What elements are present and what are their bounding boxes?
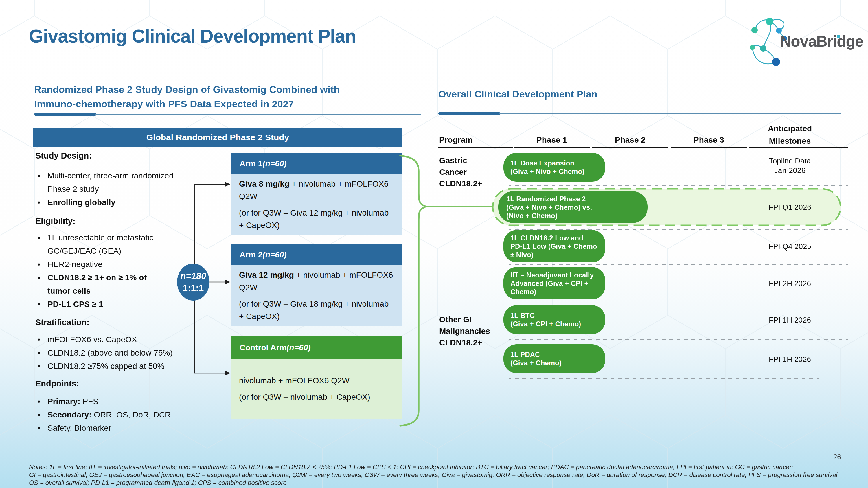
text-segment: Secondary: (48, 410, 92, 419)
hexagon-outline (437, 16, 553, 149)
hexagon-outline (610, 0, 725, 49)
rule-thin-segment (95, 114, 421, 115)
bullet-item-line: •Safety, Biomarker (35, 423, 220, 433)
text-segment: Safety, Biomarker (48, 423, 111, 432)
table-header-underline (671, 147, 747, 148)
column-header-phase1: Phase 1 (523, 135, 581, 144)
novabridge-logo-text: NovaBridge (780, 32, 863, 50)
study-pill-line: PD-L1 Low (Giva + Chemo (510, 242, 598, 251)
text-segment: GC/GEJ/EAC (GEA) (48, 247, 121, 255)
study-pill-line: ± Nivo) (510, 251, 598, 259)
bullet-item-line: •CLDN18.2 ≥75% capped at 50% (35, 362, 220, 371)
column-header-phase2: Phase 2 (601, 135, 659, 144)
bullet-item-line: •PD-L1 CPS ≥ 1 (35, 300, 220, 309)
bullet-item-line: •mFOLFOX6 vs. CapeOX (35, 335, 220, 344)
global-study-banner-label: Global Randomized Phase 2 Study (146, 132, 289, 142)
bullet-item-line: •Enrolling globally (35, 198, 220, 207)
bullet-glyph: • (38, 348, 40, 358)
left-section-heading: Randomized Phase 2 Study Design of Givas… (34, 82, 340, 111)
study-pill: IIT – Neoadjuvant LocallyAdvanced (Giva … (503, 267, 605, 299)
text-segment: PFS (81, 397, 98, 406)
arm-header: Arm 2 (n=60) (231, 245, 402, 265)
text-segment: tumor cells (48, 286, 91, 295)
milestone-line: Topline Data (744, 156, 836, 166)
footnote-line: Notes: 1L = first line; IIT = investigat… (29, 463, 793, 471)
milestone-line: FPI 1H 2026 (744, 315, 836, 325)
column-header-anticipated: Anticipated (752, 122, 828, 135)
arm-regimen-text: (or for Q3W – nivolumab + CapeOX) (239, 391, 395, 403)
milestone-label: Topline DataJan-2026 (744, 156, 836, 175)
text-segment: Arm 2 (240, 250, 262, 259)
study-pill-line: (Giva + Nivo + Chemo) (510, 167, 598, 175)
program-label: Other GIMalignanciesCLDN18.2+ (439, 314, 490, 349)
program-label-line: Cancer (439, 166, 482, 178)
study-pill-line: 1L PDAC (510, 350, 598, 359)
row-separator (509, 185, 848, 186)
text-segment: CLDN18.2 (above and below 75%) (48, 348, 173, 357)
milestone-label: FPI 2H 2026 (744, 279, 836, 288)
bullet-item-line: •CLDN18.2 ≥ 1+ on ≥ 1% of (35, 273, 220, 282)
study-pill: 1L BTC(Giva + CPI + Chemo) (503, 305, 605, 334)
section-heading: Stratification: (35, 318, 89, 327)
arm-body: nivolumab + mFOLFOX6 Q2W(or for Q3W – ni… (231, 359, 402, 419)
study-pill-line: Advanced (Giva + CPI + (510, 279, 598, 288)
bullet-item-line: •Secondary: ORR, OS, DoR, DCR (35, 410, 220, 419)
column-header-milestones: Anticipated Milestones (752, 122, 828, 147)
text-segment: Phase 2 study (48, 185, 99, 194)
text-segment: (n=60) (262, 250, 286, 259)
novabridge-logo-i-dot (837, 35, 840, 38)
hexagon-outline (495, 0, 610, 49)
study-pill-line: 1L Dose Expansion (510, 159, 598, 167)
milestone-line: FPI 1H 2026 (744, 355, 836, 364)
bullet-glyph: • (38, 300, 40, 309)
milestone-line: FPI Q1 2026 (744, 202, 836, 212)
table-header-underline (749, 147, 848, 148)
global-study-banner: Global Randomized Phase 2 Study (33, 128, 402, 147)
study-pill-line: (Giva + Chemo) (510, 359, 598, 367)
right-section-heading: Overall Clinical Development Plan (438, 87, 597, 101)
arm-body: Giva 8 mg/kg + nivolumab + mFOLFOX6 Q2W(… (231, 174, 402, 235)
arm-regimen-text: Giva 8 mg/kg + nivolumab + mFOLFOX6 Q2W (239, 177, 395, 202)
study-pill-line: 1L BTC (510, 311, 598, 320)
slide-number: 26 (833, 453, 841, 461)
section-heading: Study Design: (35, 151, 92, 161)
milestone-label: FPI 1H 2026 (744, 315, 836, 325)
program-label-line: Malignancies (439, 325, 490, 337)
study-pill-line: (Giva + CPI + Chemo) (510, 320, 598, 328)
text-segment: Arm 1 (240, 159, 262, 168)
column-header-program: Program (439, 135, 472, 144)
hexagon-outline (495, 315, 610, 448)
footnote-line: GI = gastrointestinal; GEJ = gastroesoph… (29, 471, 839, 479)
row-separator (509, 339, 848, 339)
text-segment: Primary: (48, 397, 81, 406)
section-heading: Endpoints: (35, 379, 79, 389)
bullet-item-line: •HER2-negative (35, 260, 220, 269)
text-segment: PD-L1 CPS ≥ 1 (48, 300, 103, 308)
text-segment: 1L unresectable or metastatic (48, 233, 153, 242)
rule-thick-segment (34, 113, 96, 116)
text-segment: nivolumab + mFOLFOX6 Q2W (239, 376, 349, 385)
study-pill: 1L CLDN18.2 Low andPD-L1 Low (Giva + Che… (503, 230, 605, 262)
bullet-item-line: GC/GEJ/EAC (GEA) (35, 247, 220, 256)
bullet-item-line: •Multi-center, three-arm randomized (35, 171, 220, 181)
footnote-line: OS = overall survival; PD-L1 = programme… (29, 479, 287, 487)
bullet-item-line: Phase 2 study (35, 185, 220, 194)
section-heading: Eligibility: (35, 216, 75, 226)
row-separator (509, 264, 848, 265)
hexagon-outline (725, 315, 840, 448)
text-segment: mFOLFOX6 vs. CapeOX (48, 335, 137, 344)
bullet-glyph: • (38, 362, 40, 371)
study-pill: 1L PDAC(Giva + Chemo) (503, 344, 605, 373)
study-pill-line: (Giva + Nivo + Chemo) vs. (506, 203, 640, 212)
slide: Givastomig Clinical Development Plan Nov… (0, 0, 868, 488)
text-segment: CLDN18.2 ≥75% capped at 50% (48, 362, 165, 370)
text-segment: Control Arm (240, 343, 286, 352)
program-label-line: CLDN18.2+ (439, 178, 482, 190)
hexagon-outline (0, 116, 34, 249)
table-header-underline (438, 147, 513, 148)
arm-header: Arm 1 (n=60) (231, 153, 402, 174)
table-header-underline (592, 147, 669, 148)
row-separator (438, 301, 848, 301)
bullet-item-line: •CLDN18.2 (above and below 75%) (35, 348, 220, 358)
milestone-line: FPI 2H 2026 (744, 279, 836, 288)
